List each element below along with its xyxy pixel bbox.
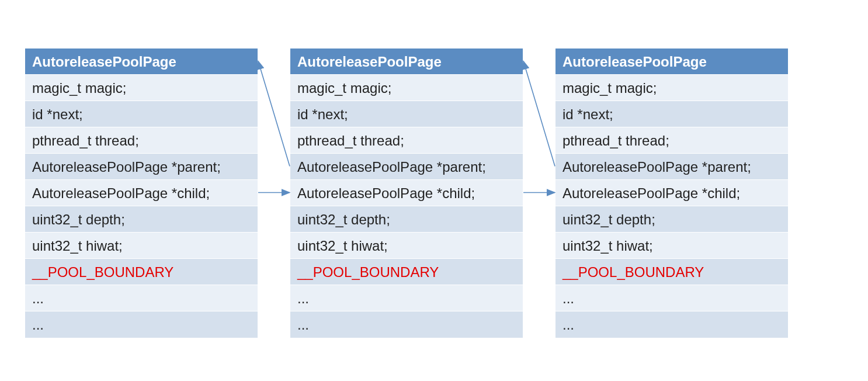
table-row: id *next;	[555, 101, 788, 127]
table-row: uint32_t depth;	[555, 206, 788, 233]
table-row: pthread_t thread;	[25, 127, 258, 154]
table-row: id *next;	[290, 101, 523, 127]
table-header: AutoreleasePoolPage	[555, 49, 788, 75]
table-row: ...	[25, 285, 258, 311]
table-row: AutoreleasePoolPage *child;	[290, 180, 523, 206]
table-row: magic_t magic;	[290, 75, 523, 101]
table-row: ...	[555, 285, 788, 311]
table-header: AutoreleasePoolPage	[290, 49, 523, 75]
table-row: uint32_t hiwat;	[25, 233, 258, 259]
table-row: pthread_t thread;	[555, 127, 788, 154]
table-row: ...	[25, 311, 258, 338]
table-row: pthread_t thread;	[290, 127, 523, 154]
table-row: ...	[290, 285, 523, 311]
table-row: ...	[290, 311, 523, 338]
pool-page-table: AutoreleasePoolPagemagic_t magic;id *nex…	[25, 48, 258, 338]
table-row: AutoreleasePoolPage *parent;	[25, 154, 258, 180]
table-row: __POOL_BOUNDARY	[555, 259, 788, 285]
pointer-arrow	[523, 61, 555, 167]
table-row: AutoreleasePoolPage *parent;	[555, 154, 788, 180]
table-row: AutoreleasePoolPage *parent;	[290, 154, 523, 180]
table-row: AutoreleasePoolPage *child;	[555, 180, 788, 206]
table-row: magic_t magic;	[25, 75, 258, 101]
table-row: magic_t magic;	[555, 75, 788, 101]
table-row: uint32_t depth;	[25, 206, 258, 233]
table-row: uint32_t hiwat;	[555, 233, 788, 259]
pool-page-table: AutoreleasePoolPagemagic_t magic;id *nex…	[290, 48, 523, 338]
pool-page-table: AutoreleasePoolPagemagic_t magic;id *nex…	[555, 48, 789, 338]
table-row: AutoreleasePoolPage *child;	[25, 180, 258, 206]
table-row: id *next;	[25, 101, 258, 127]
table-row: uint32_t depth;	[290, 206, 523, 233]
table-header: AutoreleasePoolPage	[25, 49, 258, 75]
table-row: ...	[555, 311, 788, 338]
table-row: uint32_t hiwat;	[290, 233, 523, 259]
pointer-arrow	[258, 61, 290, 167]
diagram-canvas: AutoreleasePoolPagemagic_t magic;id *nex…	[0, 0, 868, 381]
table-row: __POOL_BOUNDARY	[25, 259, 258, 285]
table-row: __POOL_BOUNDARY	[290, 259, 523, 285]
